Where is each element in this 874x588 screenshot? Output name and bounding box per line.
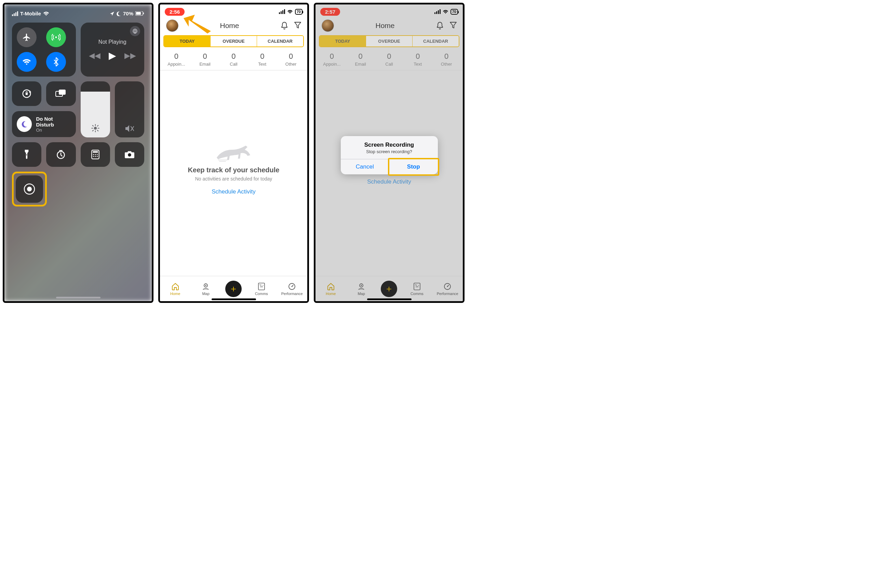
tab-today[interactable]: TODAY xyxy=(164,36,211,46)
bluetooth-toggle[interactable] xyxy=(46,52,66,72)
svg-rect-26 xyxy=(258,283,265,290)
mute-icon xyxy=(125,124,134,133)
svg-rect-14 xyxy=(93,151,98,153)
schedule-activity-link[interactable]: Schedule Activity xyxy=(167,188,300,195)
airplane-mode-toggle[interactable] xyxy=(17,27,37,47)
battery-percent: 70% xyxy=(123,10,133,16)
tab-overdue[interactable]: OVERDUE xyxy=(211,36,257,46)
battery-icon xyxy=(135,11,144,16)
svg-point-3 xyxy=(55,37,57,38)
svg-point-23 xyxy=(27,187,32,192)
forward-button[interactable]: ▶▶ xyxy=(124,51,136,60)
empty-subtext: No activities are scheduled for today xyxy=(167,176,300,182)
screen-record-button[interactable] xyxy=(16,176,43,203)
moon-icon xyxy=(116,11,121,16)
svg-point-25 xyxy=(205,285,207,286)
wifi-icon xyxy=(43,11,49,16)
stats-row: 0Appoin... 0Email 0Call 0Text 0Other xyxy=(160,47,307,70)
flashlight-button[interactable] xyxy=(12,142,41,167)
home-indicator[interactable] xyxy=(56,297,100,298)
svg-point-15 xyxy=(93,154,94,155)
stat-other[interactable]: 0Other xyxy=(276,52,305,67)
dnd-state: On xyxy=(36,128,71,133)
svg-point-11 xyxy=(26,154,27,156)
carrier-label: T-Mobile xyxy=(20,10,41,16)
airplay-icon[interactable] xyxy=(130,26,140,36)
status-bar: T-Mobile 70% xyxy=(12,10,144,16)
control-center-panel: T-Mobile 70% Not Playing ◀◀ xyxy=(3,3,153,303)
highlight-annotation xyxy=(12,172,47,207)
play-button[interactable]: ▶ xyxy=(109,50,116,61)
brightness-icon xyxy=(91,124,100,133)
camera-button[interactable] xyxy=(115,142,144,167)
calculator-button[interactable] xyxy=(81,142,110,167)
svg-point-21 xyxy=(128,153,131,157)
brightness-slider[interactable] xyxy=(81,81,110,137)
stop-button[interactable]: Stop xyxy=(389,159,438,174)
orientation-lock-toggle[interactable] xyxy=(12,81,41,106)
do-not-disturb-toggle[interactable]: Do Not Disturb On xyxy=(12,111,76,137)
highlight-annotation: Stop xyxy=(388,158,439,176)
status-bar: 2:56 70 xyxy=(160,4,307,17)
svg-point-5 xyxy=(134,30,136,32)
battery-icon: 70 xyxy=(295,9,303,15)
svg-point-20 xyxy=(97,156,98,157)
stat-text[interactable]: 0Text xyxy=(248,52,276,67)
empty-heading: Keep track of your schedule xyxy=(167,166,300,174)
avatar[interactable] xyxy=(166,20,178,32)
alert-title: Screen Recording xyxy=(341,136,438,149)
filter-icon[interactable] xyxy=(294,21,301,29)
screen-recording-alert: Screen Recording Stop screen recording? … xyxy=(341,136,438,174)
tab-calendar[interactable]: CALENDAR xyxy=(257,36,303,46)
svg-rect-9 xyxy=(59,90,66,95)
location-icon xyxy=(110,12,114,16)
app-home-panel: 2:56 70 Home TODAY OVERDUE CALENDAR 0App… xyxy=(158,3,309,303)
signal-icon xyxy=(279,9,285,14)
svg-point-10 xyxy=(94,127,97,130)
segmented-control: TODAY OVERDUE CALENDAR xyxy=(163,35,304,47)
home-indicator[interactable] xyxy=(211,298,256,300)
stat-email[interactable]: 0Email xyxy=(191,52,219,67)
tab-comms[interactable]: Comms xyxy=(250,282,273,296)
page-title: Home xyxy=(220,21,239,30)
now-playing-label: Not Playing xyxy=(85,39,141,45)
tab-home[interactable]: Home xyxy=(164,282,186,296)
volume-slider[interactable] xyxy=(115,81,144,137)
moon-icon xyxy=(17,116,32,132)
tab-map[interactable]: Map xyxy=(195,282,217,296)
add-button[interactable]: ＋ xyxy=(225,280,242,297)
svg-point-18 xyxy=(93,156,94,157)
tab-bar: Home Map ＋ Comms Performance xyxy=(160,276,307,301)
app-stop-recording-panel: 2:57 70 Home TODAY OVERDUE CALENDAR 0App… xyxy=(314,3,465,303)
svg-point-16 xyxy=(95,154,96,155)
app-header: Home xyxy=(160,17,307,35)
svg-point-28 xyxy=(292,286,292,287)
home-indicator[interactable] xyxy=(367,298,412,300)
media-card[interactable]: Not Playing ◀◀ ▶ ▶▶ xyxy=(81,22,145,76)
stat-appointments[interactable]: 0Appoin... xyxy=(162,52,191,67)
cellular-data-toggle[interactable] xyxy=(46,27,66,47)
bell-icon[interactable] xyxy=(280,21,288,30)
svg-rect-2 xyxy=(143,13,144,14)
cheetah-icon xyxy=(213,142,254,163)
connectivity-card[interactable] xyxy=(12,22,76,76)
signal-icon xyxy=(12,11,18,16)
empty-state: Keep track of your schedule No activitie… xyxy=(160,142,307,195)
wifi-icon xyxy=(287,10,293,14)
recording-time-pill[interactable]: 2:56 xyxy=(165,8,184,16)
rewind-button[interactable]: ◀◀ xyxy=(89,51,100,60)
stat-call[interactable]: 0Call xyxy=(219,52,248,67)
alert-message: Stop screen recording? xyxy=(341,149,438,159)
screen-mirroring-button[interactable] xyxy=(46,81,75,106)
svg-point-17 xyxy=(97,154,98,155)
tab-performance[interactable]: Performance xyxy=(281,282,303,296)
svg-point-19 xyxy=(95,156,96,157)
timer-button[interactable] xyxy=(46,142,75,167)
svg-rect-7 xyxy=(25,93,28,95)
svg-rect-1 xyxy=(136,12,141,15)
cancel-button[interactable]: Cancel xyxy=(341,159,390,174)
wifi-toggle[interactable] xyxy=(17,52,37,72)
dnd-title: Do Not Disturb xyxy=(36,116,71,128)
